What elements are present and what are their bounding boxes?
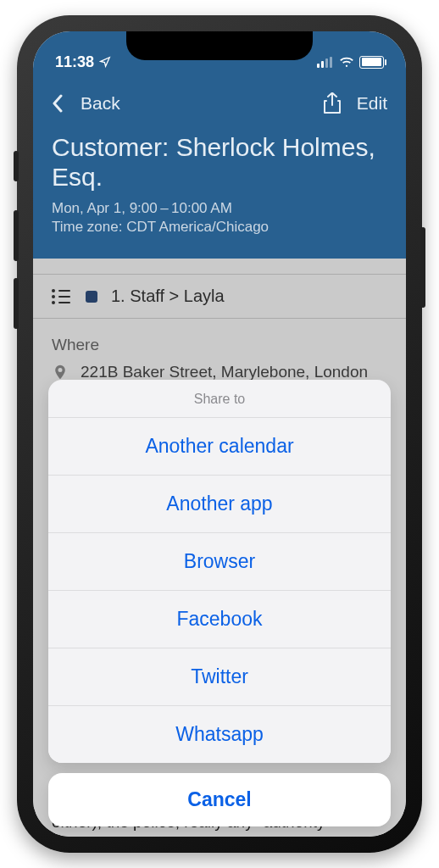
screen: 11:38 Back Edit	[33, 31, 406, 837]
share-option-another-app[interactable]: Another app	[48, 475, 391, 532]
share-option-whatsapp[interactable]: Whatsapp	[48, 705, 391, 763]
share-action-sheet: Share to Another calendar Another app Br…	[48, 380, 391, 826]
status-time: 11:38	[55, 53, 94, 71]
wifi-icon	[339, 57, 354, 68]
share-option-another-calendar[interactable]: Another calendar	[48, 417, 391, 475]
event-title: Customer: Sherlock Holmes, Esq.	[52, 133, 387, 192]
share-sheet-group: Share to Another calendar Another app Br…	[48, 380, 391, 763]
svg-rect-3	[330, 57, 332, 68]
share-button[interactable]	[323, 92, 342, 114]
volume-down-button	[14, 278, 19, 329]
back-label: Back	[81, 93, 120, 114]
svg-rect-1	[321, 61, 324, 68]
notch	[126, 31, 313, 60]
silence-switch	[14, 151, 19, 181]
location-arrow-icon	[99, 56, 111, 68]
share-option-facebook[interactable]: Facebook	[48, 590, 391, 648]
chevron-left-icon	[52, 94, 64, 113]
phone-frame: 11:38 Back Edit	[17, 15, 422, 853]
share-icon	[323, 92, 342, 114]
battery-icon	[359, 56, 384, 69]
svg-point-4	[346, 64, 347, 66]
volume-up-button	[14, 210, 19, 261]
signal-icon	[317, 57, 334, 68]
back-button[interactable]: Back	[52, 93, 120, 114]
svg-rect-2	[325, 58, 328, 68]
share-option-twitter[interactable]: Twitter	[48, 648, 391, 705]
share-option-browser[interactable]: Browser	[48, 532, 391, 590]
edit-button[interactable]: Edit	[357, 93, 387, 114]
share-cancel-button[interactable]: Cancel	[48, 773, 391, 826]
event-timezone: Time zone: CDT America/Chicago	[52, 219, 387, 236]
power-button	[420, 227, 425, 308]
share-sheet-title: Share to	[48, 380, 391, 417]
svg-rect-0	[317, 64, 320, 68]
event-datetime: Mon, Apr 1, 9:00 – 10:00 AM	[52, 200, 387, 217]
